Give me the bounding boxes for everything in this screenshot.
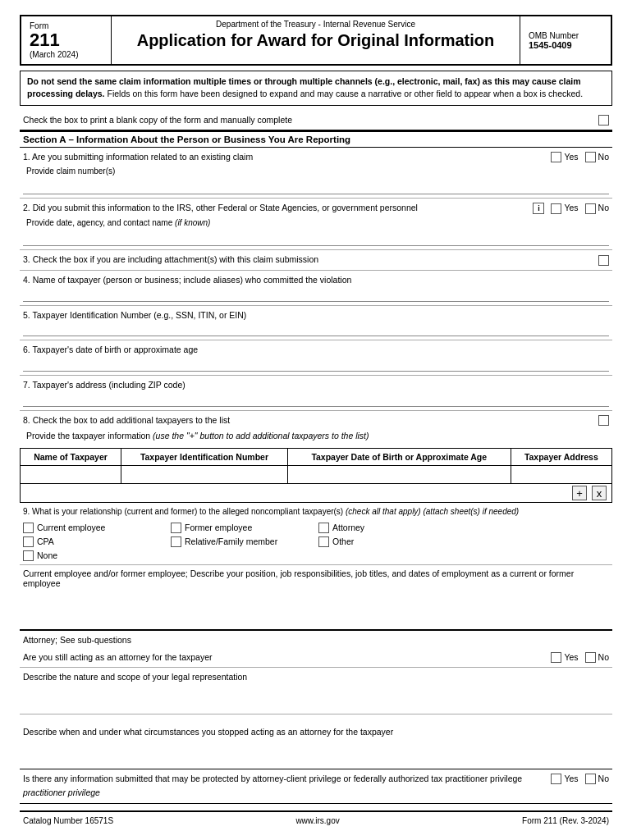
cb-attorney[interactable]	[318, 523, 329, 533]
q4-input[interactable]	[23, 289, 609, 302]
attorney-yes-label: Yes	[564, 651, 578, 664]
rel-other: Other	[318, 535, 466, 549]
col-dob: Taxpayer Date of Birth or Approximate Ag…	[287, 449, 511, 466]
omb-section: OMB Number 1545-0409	[520, 16, 611, 64]
taxpayer-table: Name of Taxpayer Taxpayer Identification…	[20, 448, 612, 484]
section-a-header: Section A – Information About the Person…	[20, 130, 612, 148]
cb-current-employee[interactable]	[23, 523, 34, 533]
q8-checkbox[interactable]	[598, 415, 609, 426]
q2-yes-checkbox[interactable]	[551, 203, 561, 214]
q7-input[interactable]	[23, 394, 609, 407]
attorney-no-item: No	[585, 651, 609, 664]
spacer1	[20, 714, 612, 723]
privilege-label: Is there any information submitted that …	[23, 773, 522, 786]
q2-sublabel: Provide date, agency, and contact name (…	[23, 215, 609, 231]
privilege-no-label: No	[598, 773, 609, 786]
warning-box: Do not send the same claim information m…	[20, 71, 612, 105]
stopped-textarea[interactable]	[20, 740, 612, 769]
privilege-yes-label: Yes	[564, 773, 578, 786]
question-3-inline: 3. Check the box if you are including at…	[23, 253, 609, 267]
privilege-no-cb[interactable]	[585, 774, 596, 784]
print-blank-checkbox[interactable]	[598, 115, 609, 126]
rel-former-employee: Former employee	[171, 521, 318, 535]
attorney-section: Attorney; See sub-questions Are you stil…	[20, 630, 612, 804]
col-address: Taxpayer Address	[511, 449, 611, 466]
cb-none[interactable]	[23, 550, 34, 561]
td-tin-1[interactable]	[121, 466, 288, 484]
form-date: (March 2024)	[30, 50, 99, 59]
add-taxpayer-button[interactable]: +	[572, 486, 587, 500]
q3-label: 3. Check the box if you are including at…	[23, 253, 318, 267]
delete-taxpayer-button[interactable]: x	[592, 486, 607, 500]
q2-yes-item: Yes	[551, 202, 578, 215]
q5-input[interactable]	[23, 323, 609, 336]
q2-label: 2. Did you submit this information to th…	[23, 202, 418, 215]
question-2-row: 2. Did you submit this information to th…	[20, 199, 612, 250]
attorney-yes-cb[interactable]	[551, 652, 561, 663]
dept-line: Department of the Treasury - Internal Re…	[120, 20, 511, 29]
question-3-row: 3. Check the box if you are including at…	[20, 250, 612, 271]
cb-relative[interactable]	[171, 536, 181, 547]
q5-label: 5. Taxpayer Identification Number (e.g.,…	[23, 309, 609, 322]
rel-current-employee: Current employee	[23, 521, 171, 535]
q1-yes-item: Yes	[551, 151, 578, 164]
question-2-inline: 2. Did you submit this information to th…	[23, 202, 609, 215]
page-footer: Catalog Number 16571S www.irs.gov Form 2…	[20, 810, 612, 829]
attorney-no-cb[interactable]	[585, 652, 596, 663]
omb-number: 1545-0409	[529, 40, 602, 50]
cb-other[interactable]	[318, 536, 329, 547]
current-employee-label: Current employee and/or former employee;…	[23, 568, 609, 588]
question-4-row: 4. Name of taxpayer (person or business;…	[20, 271, 612, 306]
print-blank-label: Check the box to print a blank copy of t…	[23, 115, 292, 125]
q2-no-checkbox[interactable]	[585, 203, 596, 214]
form-header: Form 211 (March 2024) Department of the …	[20, 15, 612, 66]
cb-cpa[interactable]	[23, 536, 34, 547]
attorney-acting-yes-no: Yes No	[551, 651, 609, 664]
form-number: 211	[30, 30, 99, 50]
rel-cpa: CPA	[23, 535, 171, 549]
td-address-1[interactable]	[511, 466, 611, 484]
privilege-yes-cb[interactable]	[551, 774, 561, 784]
q1-no-item: No	[585, 151, 609, 164]
q1-label: 1. Are you submitting information relate…	[23, 151, 253, 164]
attorney-acting-label: Are you still acting as an attorney for …	[23, 651, 213, 664]
td-name-1[interactable]	[21, 466, 121, 484]
q1-no-checkbox[interactable]	[585, 152, 596, 162]
warning-rest: Fields on this form have been designed t…	[107, 89, 583, 98]
cb-former-employee[interactable]	[171, 523, 181, 533]
q9-checkboxes: Current employee Former employee Attorne…	[23, 521, 609, 563]
q1-yes-checkbox[interactable]	[551, 152, 561, 162]
question-8-inline: 8. Check the box to add additional taxpa…	[23, 414, 609, 427]
describe-legal-label: Describe the nature and scope of your le…	[20, 668, 612, 685]
q2-input[interactable]	[23, 233, 609, 246]
q9-label: 9. What is your relationship (current an…	[23, 506, 609, 518]
q6-input[interactable]	[23, 358, 609, 372]
privilege-yes-no: Yes No	[551, 773, 609, 786]
privilege-no-item: No	[585, 773, 609, 786]
print-blank-row: Check the box to print a blank copy of t…	[20, 111, 612, 130]
rel-relative: Relative/Family member	[171, 535, 318, 549]
info-icon: i	[533, 203, 544, 214]
attorney-acting-row: Are you still acting as an attorney for …	[20, 648, 612, 669]
q1-no-label: No	[598, 151, 609, 164]
form-revision: Form 211 (Rev. 3-2024)	[522, 816, 609, 825]
q7-label: 7. Taxpayer's address (including ZIP cod…	[23, 379, 609, 392]
stopped-label: Describe when and under what circumstanc…	[20, 723, 612, 740]
question-7-row: 7. Taxpayer's address (including ZIP cod…	[20, 376, 612, 411]
attorney-label: Attorney; See sub-questions	[20, 631, 612, 648]
table-action-row: + x	[20, 484, 612, 503]
q3-checkbox[interactable]	[598, 255, 609, 266]
table-row-1	[21, 466, 612, 484]
q1-yes-label: Yes	[564, 151, 578, 164]
current-employee-textarea[interactable]	[23, 588, 609, 629]
q6-label: 6. Taxpayer's date of birth or approxima…	[23, 344, 609, 357]
q1-input[interactable]	[23, 181, 609, 194]
rel-none: None	[23, 549, 171, 563]
q1-sublabel: Provide claim number(s)	[23, 163, 609, 180]
question-9-row: 9. What is your relationship (current an…	[20, 503, 612, 565]
attorney-no-label: No	[598, 651, 609, 664]
describe-legal-textarea[interactable]	[20, 685, 612, 714]
td-dob-1[interactable]	[287, 466, 511, 484]
header-center: Department of the Treasury - Internal Re…	[112, 16, 520, 64]
privilege-row: Is there any information submitted that …	[20, 769, 612, 805]
